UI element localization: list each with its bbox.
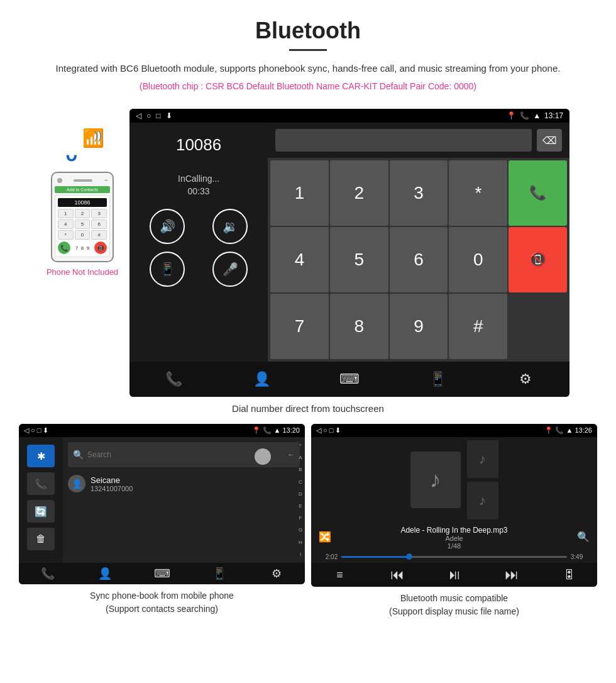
music-search-icon[interactable]: 🔍 [577,531,590,543]
pb-alpha-g[interactable]: G [296,527,305,533]
call-number: 10086 [140,135,258,155]
delete-sidebar-icon: 🗑 [36,533,46,545]
dial-input-box[interactable] [275,129,532,152]
call-controls: 🔊 🔉 📱 🎤 [140,209,258,287]
nav-settings-icon[interactable]: ⚙ [513,367,538,392]
pb-delete-icon[interactable]: 🗑 [27,528,55,550]
music-track: 1/48 [400,542,507,550]
call-right-panel: ⌫ 1 2 3 * 📞 4 5 6 0 📵 7 8 9 # [268,123,569,362]
dial-key-9[interactable]: 9 [390,294,448,359]
location-icon: 📍 [507,111,516,120]
pb-alpha-f[interactable]: F [296,515,305,521]
pb-phone-icon[interactable]: 📞 [27,472,55,495]
pb-alpha-a[interactable]: A [296,455,305,460]
phone-key-0[interactable]: 0 [75,230,91,240]
pb-sidebar: ✱ 📞 🔄 🗑 [19,437,63,563]
music-nav-prev-icon[interactable]: ⏮ [388,567,407,583]
music-caption-line1: Bluetooth music compatible [400,593,508,603]
pb-contact-name: Seicane [91,475,300,485]
pb-status-right: 📍 📞 ▲ 13:20 [252,426,300,435]
volume-up-icon: 🔊 [160,219,175,234]
dial-key-empty [509,294,567,359]
dial-end-button[interactable]: 📵 [509,227,567,292]
phone-key-3[interactable]: 3 [91,209,107,218]
dial-call-button[interactable]: 📞 [509,160,567,226]
pb-alpha-e[interactable]: E [296,503,305,509]
music-info: Adele - Rolling In the Deep.mp3 Adele 1/… [400,526,507,550]
music-nav-eq-icon[interactable]: 🎛 [559,569,578,582]
nav-contacts-icon[interactable]: 👤 [249,367,274,392]
music-small-note-1: ♪ [479,451,486,467]
music-nav-next-icon[interactable]: ⏭ [502,567,521,583]
pb-nav-contacts-icon[interactable]: 👤 [96,567,114,580]
dial-key-7[interactable]: 7 [270,294,329,359]
phone-key-6[interactable]: 6 [91,219,107,229]
dial-key-3[interactable]: 3 [390,160,448,226]
home-icon: ○ [146,111,151,120]
pb-nav-keypad-icon[interactable]: ⌨ [153,567,172,580]
nav-keypad-icon[interactable]: ⌨ [337,367,362,392]
pb-avatar-circle [255,448,271,465]
volume-down-button[interactable]: 🔉 [212,209,248,244]
dial-key-8[interactable]: 8 [330,294,388,359]
phone-key-2[interactable]: 2 [75,209,91,218]
pb-sync-icon[interactable]: 🔄 [27,500,55,523]
pb-alpha-list: * A B C D E F G H I [296,437,305,563]
specs-line: (Bluetooth chip : CSR BC6 Default Blueto… [25,81,591,91]
phone-zero: 7 8 9 [75,245,89,251]
phone-top-bar: ··· [55,177,110,184]
transfer-button[interactable]: 📱 [150,252,185,287]
dial-key-4[interactable]: 4 [270,227,329,292]
phone-bottom-row: 📞 7 8 9 📵 [58,242,107,254]
phone-speaker [74,179,92,182]
car-status-right: 📍 📞 ▲ 13:17 [507,111,563,120]
phone-camera [57,178,62,183]
pb-alpha-i[interactable]: I [296,552,305,557]
phone-key-1[interactable]: 1 [58,209,74,218]
dial-key-1[interactable]: 1 [270,160,329,226]
volume-up-button[interactable]: 🔊 [150,209,185,244]
pb-search-input[interactable] [87,450,251,459]
dial-key-6[interactable]: 6 [390,227,448,292]
music-progress-bar[interactable] [341,556,567,558]
phone-key-hash[interactable]: # [91,230,107,240]
nav-transfer-icon[interactable]: 📱 [425,367,450,392]
phone-key-5[interactable]: 5 [75,219,91,229]
nav-call-icon[interactable]: 📞 [161,367,186,392]
pb-nav-transfer-icon[interactable]: 📱 [210,567,229,580]
music-thumbnails: ♪ ♪ [467,440,498,519]
dial-key-5[interactable]: 5 [330,227,388,292]
dial-key-star[interactable]: * [449,160,507,226]
backspace-button[interactable]: ⌫ [537,129,562,152]
pb-bluetooth-icon[interactable]: ✱ [27,445,55,467]
pb-alpha-d[interactable]: D [296,491,305,497]
pb-nav-call-icon[interactable]: 📞 [38,567,57,580]
music-note-icon: ♪ [430,467,441,493]
phone-key-star[interactable]: * [58,230,74,240]
pb-alpha-b[interactable]: B [296,467,305,472]
phone-sidebar-icon: 📞 [35,478,47,490]
page-title: Bluetooth [25,18,591,44]
music-nav-bar: ≡ ⏮ ⏯ ⏭ 🎛 [311,563,597,587]
pb-alpha-h[interactable]: H [296,540,305,545]
phone-end-button[interactable]: 📵 [94,242,107,254]
pb-status-bar: ◁ ○ □ ⬇ 📍 📞 ▲ 13:20 [19,424,305,437]
pb-nav-settings-icon[interactable]: ⚙ [267,567,286,580]
phone-call-button[interactable]: 📞 [58,242,70,254]
music-nav-list-icon[interactable]: ≡ [331,569,349,582]
dial-key-zero[interactable]: 0 [449,227,507,292]
dial-key-hash[interactable]: # [449,294,507,359]
pb-contact-item[interactable]: 👤 Seicane 13241007000 [68,472,300,495]
phone-key-4[interactable]: 4 [58,219,74,229]
pb-alpha-star[interactable]: * [296,443,305,448]
pb-alpha-c[interactable]: C [296,479,305,485]
download-icon: ⬇ [166,111,172,120]
dial-key-2[interactable]: 2 [330,160,388,226]
music-shuffle-icon[interactable]: 🔀 [319,531,331,543]
call-status: InCalling... [140,174,258,184]
phone-keypad: 1 2 3 4 5 6 * 0 # [58,209,107,240]
music-artist: Adele [400,535,507,542]
bluetooth-icon-area: 📶 ᴗ )) [60,128,104,165]
mute-button[interactable]: 🎤 [212,252,248,287]
music-nav-play-icon[interactable]: ⏯ [445,567,464,583]
